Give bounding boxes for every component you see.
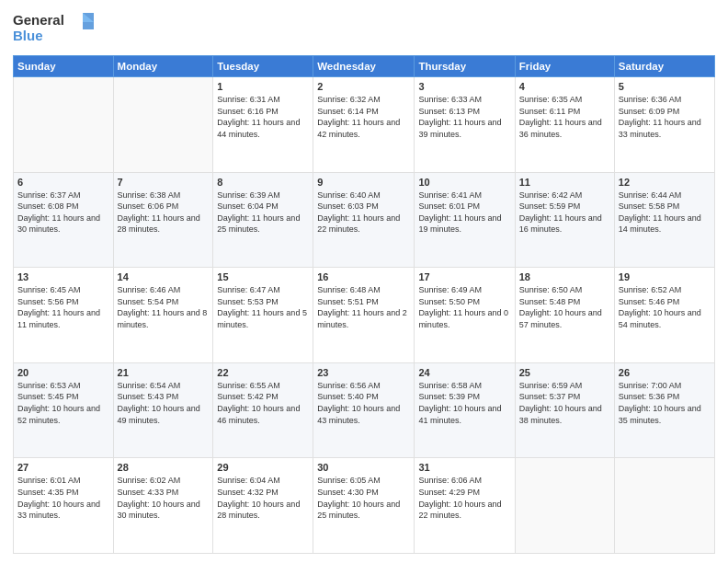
day-number: 19: [619, 271, 711, 282]
day-header-tuesday: Tuesday: [213, 56, 313, 77]
cell-info: Sunrise: 6:41 AM: [418, 190, 510, 201]
cell-info: Sunset: 5:48 PM: [519, 296, 610, 308]
cell-info: Sunrise: 6:05 AM: [317, 475, 410, 487]
day-number: 3: [418, 81, 510, 92]
cell-info: Daylight: 11 hours and 33 minutes.: [619, 117, 711, 140]
calendar-cell: 4Sunrise: 6:35 AMSunset: 6:11 PMDaylight…: [515, 77, 614, 173]
cell-info: Sunrise: 6:55 AM: [217, 380, 309, 392]
calendar-cell: [14, 77, 114, 173]
calendar-cell: 3Sunrise: 6:33 AMSunset: 6:13 PMDaylight…: [415, 77, 515, 173]
cell-info: Daylight: 11 hours and 44 minutes.: [217, 117, 309, 140]
day-number: 25: [519, 367, 610, 378]
calendar-week-row: 6Sunrise: 6:37 AMSunset: 6:08 PMDaylight…: [14, 172, 715, 268]
cell-info: Sunset: 6:11 PM: [519, 106, 610, 118]
cell-info: Sunrise: 6:02 AM: [118, 475, 210, 487]
calendar-cell: 5Sunrise: 6:36 AMSunset: 6:09 PMDaylight…: [614, 77, 714, 173]
cell-info: Sunrise: 6:54 AM: [118, 380, 210, 392]
cell-info: Daylight: 10 hours and 57 minutes.: [519, 307, 610, 330]
calendar-cell: 27Sunrise: 6:01 AMSunset: 4:35 PMDayligh…: [14, 458, 114, 554]
day-number: 9: [317, 177, 410, 188]
cell-info: Sunrise: 6:48 AM: [317, 284, 410, 296]
day-number: 5: [619, 81, 711, 92]
cell-info: Sunrise: 6:33 AM: [418, 94, 510, 106]
cell-info: Daylight: 11 hours and 11 minutes.: [17, 307, 109, 330]
day-number: 6: [17, 177, 109, 188]
calendar-cell: 15Sunrise: 6:47 AMSunset: 5:53 PMDayligh…: [213, 268, 313, 363]
day-number: 13: [17, 271, 109, 282]
cell-info: Daylight: 10 hours and 22 minutes.: [418, 499, 510, 522]
cell-info: Sunset: 5:59 PM: [519, 201, 610, 213]
cell-info: Daylight: 11 hours and 19 minutes.: [418, 213, 510, 236]
cell-info: Daylight: 10 hours and 54 minutes.: [619, 307, 711, 330]
calendar-cell: 14Sunrise: 6:46 AMSunset: 5:54 PMDayligh…: [113, 268, 213, 363]
calendar-cell: 26Sunrise: 7:00 AMSunset: 5:36 PMDayligh…: [614, 362, 714, 458]
calendar-cell: [113, 77, 213, 173]
cell-info: Sunrise: 6:01 AM: [17, 475, 109, 487]
header: General Blue: [13, 9, 715, 48]
cell-info: Sunset: 6:13 PM: [418, 106, 510, 118]
cell-info: Sunrise: 6:04 AM: [217, 475, 309, 487]
cell-info: Sunset: 5:58 PM: [619, 201, 711, 213]
cell-info: Daylight: 11 hours and 2 minutes.: [317, 307, 410, 330]
cell-info: Sunrise: 6:46 AM: [118, 284, 210, 296]
cell-info: Daylight: 10 hours and 25 minutes.: [317, 499, 410, 522]
day-number: 22: [217, 367, 309, 378]
cell-info: Sunset: 5:36 PM: [619, 391, 711, 403]
calendar-cell: 22Sunrise: 6:55 AMSunset: 5:42 PMDayligh…: [213, 362, 313, 458]
cell-info: Daylight: 11 hours and 39 minutes.: [418, 117, 510, 140]
cell-info: Sunset: 5:50 PM: [418, 296, 510, 308]
cell-info: Sunset: 6:09 PM: [619, 106, 711, 118]
day-number: 29: [217, 462, 309, 473]
day-number: 21: [118, 367, 210, 378]
cell-info: Sunset: 5:37 PM: [519, 391, 610, 403]
cell-info: Sunrise: 6:56 AM: [317, 380, 410, 392]
calendar-week-row: 13Sunrise: 6:45 AMSunset: 5:56 PMDayligh…: [14, 268, 715, 363]
cell-info: Sunset: 4:35 PM: [17, 487, 109, 499]
calendar-cell: 31Sunrise: 6:06 AMSunset: 4:29 PMDayligh…: [415, 458, 515, 554]
day-header-monday: Monday: [113, 56, 213, 77]
cell-info: Sunrise: 6:52 AM: [619, 284, 711, 296]
cell-info: Sunset: 5:51 PM: [317, 296, 410, 308]
calendar-cell: 17Sunrise: 6:49 AMSunset: 5:50 PMDayligh…: [415, 268, 515, 363]
calendar-cell: 21Sunrise: 6:54 AMSunset: 5:43 PMDayligh…: [113, 362, 213, 458]
cell-info: Sunset: 5:53 PM: [217, 296, 309, 308]
cell-info: Sunset: 4:32 PM: [217, 487, 309, 499]
cell-info: Sunrise: 6:53 AM: [17, 380, 109, 392]
cell-info: Sunset: 4:30 PM: [317, 487, 410, 499]
cell-info: Daylight: 11 hours and 14 minutes.: [619, 213, 711, 236]
calendar-week-row: 27Sunrise: 6:01 AMSunset: 4:35 PMDayligh…: [14, 458, 715, 554]
calendar-table: SundayMondayTuesdayWednesdayThursdayFrid…: [13, 55, 715, 554]
day-header-wednesday: Wednesday: [313, 56, 415, 77]
day-number: 7: [118, 177, 210, 188]
cell-info: Daylight: 10 hours and 30 minutes.: [118, 499, 210, 522]
day-number: 20: [17, 367, 109, 378]
calendar-cell: [614, 458, 714, 554]
calendar-header-row: SundayMondayTuesdayWednesdayThursdayFrid…: [14, 56, 715, 77]
cell-info: Daylight: 11 hours and 42 minutes.: [317, 117, 410, 140]
cell-info: Daylight: 10 hours and 38 minutes.: [519, 403, 610, 426]
cell-info: Sunrise: 6:37 AM: [17, 190, 109, 201]
svg-text:General: General: [13, 12, 64, 28]
cell-info: Sunset: 6:01 PM: [418, 201, 510, 213]
day-number: 2: [317, 81, 410, 92]
day-number: 24: [418, 367, 510, 378]
cell-info: Sunset: 5:40 PM: [317, 391, 410, 403]
cell-info: Daylight: 11 hours and 25 minutes.: [217, 213, 309, 236]
calendar-cell: 8Sunrise: 6:39 AMSunset: 6:04 PMDaylight…: [213, 172, 313, 268]
calendar-week-row: 20Sunrise: 6:53 AMSunset: 5:45 PMDayligh…: [14, 362, 715, 458]
cell-info: Daylight: 10 hours and 52 minutes.: [17, 403, 109, 426]
calendar-cell: 9Sunrise: 6:40 AMSunset: 6:03 PMDaylight…: [313, 172, 415, 268]
calendar-cell: 30Sunrise: 6:05 AMSunset: 4:30 PMDayligh…: [313, 458, 415, 554]
day-number: 1: [217, 81, 309, 92]
cell-info: Sunrise: 6:32 AM: [317, 94, 410, 106]
calendar-cell: 28Sunrise: 6:02 AMSunset: 4:33 PMDayligh…: [113, 458, 213, 554]
cell-info: Sunrise: 6:39 AM: [217, 190, 309, 201]
svg-text:Blue: Blue: [13, 28, 43, 43]
calendar-cell: 6Sunrise: 6:37 AMSunset: 6:08 PMDaylight…: [14, 172, 114, 268]
day-header-sunday: Sunday: [14, 56, 114, 77]
cell-info: Daylight: 10 hours and 43 minutes.: [317, 403, 410, 426]
day-number: 27: [17, 462, 109, 473]
calendar-cell: 23Sunrise: 6:56 AMSunset: 5:40 PMDayligh…: [313, 362, 415, 458]
cell-info: Daylight: 11 hours and 36 minutes.: [519, 117, 610, 140]
day-header-friday: Friday: [515, 56, 614, 77]
